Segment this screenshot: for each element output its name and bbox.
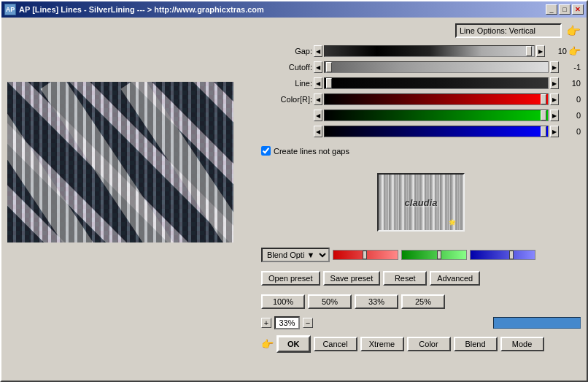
right-panel: Line Options: Vertical Line Options: Hor… — [261, 23, 581, 375]
color-b-slider-row: ◀ ▶ 0 — [261, 126, 581, 137]
color-g-left-arrow[interactable]: ◀ — [314, 110, 322, 121]
cutoff-slider[interactable] — [324, 61, 549, 73]
line-slider[interactable] — [324, 77, 549, 89]
gap-slider[interactable] — [324, 45, 535, 57]
color-b-slider[interactable] — [324, 126, 549, 137]
dropdown-row: Line Options: Vertical Line Options: Hor… — [261, 23, 581, 38]
line-label: Line: — [261, 79, 312, 88]
blend-r-slider[interactable] — [333, 250, 398, 260]
window-title: AP [Lines] Lines - SilverLining --- > ht… — [19, 5, 264, 14]
color-r-value: 0 — [560, 95, 581, 104]
color-b-right-arrow[interactable]: ▶ — [550, 126, 559, 137]
color-b-left-arrow[interactable]: ◀ — [314, 126, 322, 137]
blend-r-thumb[interactable] — [363, 251, 367, 259]
blend-b-slider[interactable] — [470, 250, 535, 260]
create-lines-checkbox[interactable] — [261, 146, 271, 156]
preview-canvas — [7, 82, 233, 242]
zoom-value-display: 33% — [274, 316, 300, 329]
gap-value: 10 — [546, 47, 567, 56]
title-bar-buttons: _ □ ✕ — [546, 4, 584, 15]
color-r-slider[interactable] — [324, 93, 549, 105]
zoom-plus-btn[interactable]: + — [261, 318, 271, 328]
cutoff-value: -1 — [560, 63, 581, 72]
line-options-dropdown-wrapper[interactable]: Line Options: Vertical Line Options: Hor… — [455, 23, 562, 38]
zoom-25-button[interactable]: 25% — [401, 294, 445, 309]
color-b-value: 0 — [560, 127, 581, 136]
color-r-right-arrow[interactable]: ▶ — [550, 93, 559, 105]
color-g-thumb[interactable] — [541, 110, 546, 121]
minimize-button[interactable]: _ — [546, 4, 557, 15]
color-r-slider-row: Color[R]: ◀ ▶ 0 — [261, 93, 581, 105]
gap-thumb[interactable] — [526, 46, 532, 56]
blend-button[interactable]: Blend — [454, 337, 498, 351]
title-bar-left: AP AP [Lines] Lines - SilverLining --- >… — [4, 4, 264, 15]
mode-button[interactable]: Mode — [500, 337, 544, 351]
preset-buttons-row: Open preset Save preset Reset Advanced — [261, 271, 581, 286]
color-g-value: 0 — [560, 111, 581, 120]
gap-label: Gap: — [261, 47, 312, 56]
zoom-plus-minus: + 33% − — [261, 316, 313, 329]
zoom-100-button[interactable]: 100% — [261, 294, 305, 309]
bottom-action-buttons: 👉 OK Cancel Xtreme Color Blend Mode — [261, 335, 581, 353]
gap-left-arrow[interactable]: ◀ — [314, 45, 322, 57]
gap-right-arrow[interactable]: ▶ — [536, 45, 545, 57]
line-thumb[interactable] — [326, 78, 332, 88]
save-preset-button[interactable]: Save preset — [323, 271, 381, 286]
color-r-left-arrow[interactable]: ◀ — [314, 93, 322, 105]
color-r-thumb[interactable] — [541, 94, 546, 104]
title-bar: AP AP [Lines] Lines - SilverLining --- >… — [1, 1, 587, 18]
main-window: AP AP [Lines] Lines - SilverLining --- >… — [0, 0, 588, 382]
ok-button[interactable]: OK — [276, 335, 311, 353]
line-slider-row: Line: ◀ ▶ 10 — [261, 77, 581, 89]
hand-pointer-icon: 👉 — [566, 24, 581, 38]
color-g-slider[interactable] — [324, 110, 549, 121]
left-panel — [7, 23, 255, 375]
blend-b-thumb[interactable] — [509, 251, 514, 259]
color-button[interactable]: Color — [407, 337, 451, 351]
cutoff-thumb[interactable] — [326, 62, 332, 72]
color-g-right-arrow[interactable]: ▶ — [550, 110, 559, 121]
color-r-label: Color[R]: — [261, 95, 312, 104]
cutoff-right-arrow[interactable]: ▶ — [550, 61, 559, 73]
advanced-button[interactable]: Advanced — [430, 271, 480, 286]
create-lines-label: Create lines not gaps — [274, 147, 349, 156]
cancel-button[interactable]: Cancel — [314, 337, 357, 351]
blend-g-thumb[interactable] — [437, 251, 441, 259]
blend-options-select[interactable]: Blend Opti ▼ Normal Multiply — [261, 248, 330, 262]
gap-hand-icon: 👉 — [568, 45, 581, 57]
progress-bar — [493, 317, 581, 329]
diagonal-lines-overlay — [7, 82, 233, 242]
line-options-select[interactable]: Line Options: Vertical Line Options: Hor… — [455, 23, 562, 38]
checkbox-row: Create lines not gaps — [261, 146, 581, 156]
zoom-buttons-row: 100% 50% 33% 25% — [261, 294, 581, 309]
cutoff-slider-row: Cutoff: ◀ ▶ -1 — [261, 61, 581, 73]
maximize-button[interactable]: □ — [559, 4, 570, 15]
ok-hand-icon: 👉 — [261, 338, 274, 350]
line-left-arrow[interactable]: ◀ — [314, 77, 322, 89]
cutoff-left-arrow[interactable]: ◀ — [314, 61, 322, 73]
reset-button[interactable]: Reset — [383, 271, 427, 286]
blend-options-row: Blend Opti ▼ Normal Multiply — [261, 248, 581, 262]
line-value: 10 — [560, 79, 581, 88]
content-area: Line Options: Vertical Line Options: Hor… — [1, 18, 587, 381]
preview-small-icon: 🌟 — [449, 219, 456, 226]
zoom-minus-btn[interactable]: − — [303, 318, 313, 328]
blend-g-slider[interactable] — [401, 250, 467, 260]
svg-rect-6 — [7, 82, 233, 242]
xtreme-button[interactable]: Xtreme — [360, 337, 404, 351]
zoom-33-button[interactable]: 33% — [355, 294, 398, 309]
zoom-50-button[interactable]: 50% — [308, 294, 352, 309]
line-right-arrow[interactable]: ▶ — [550, 77, 559, 89]
open-preset-button[interactable]: Open preset — [261, 271, 320, 286]
cutoff-label: Cutoff: — [261, 63, 312, 72]
color-b-thumb[interactable] — [541, 126, 546, 137]
close-button[interactable]: ✕ — [572, 4, 584, 15]
preview-watermark: claudia — [405, 197, 438, 208]
effect-preview-box: claudia 🌟 — [377, 173, 465, 232]
app-icon: AP — [4, 4, 16, 15]
gap-slider-row: Gap: ◀ ▶ 10 👉 — [261, 45, 581, 57]
color-g-slider-row: ◀ ▶ 0 — [261, 110, 581, 121]
